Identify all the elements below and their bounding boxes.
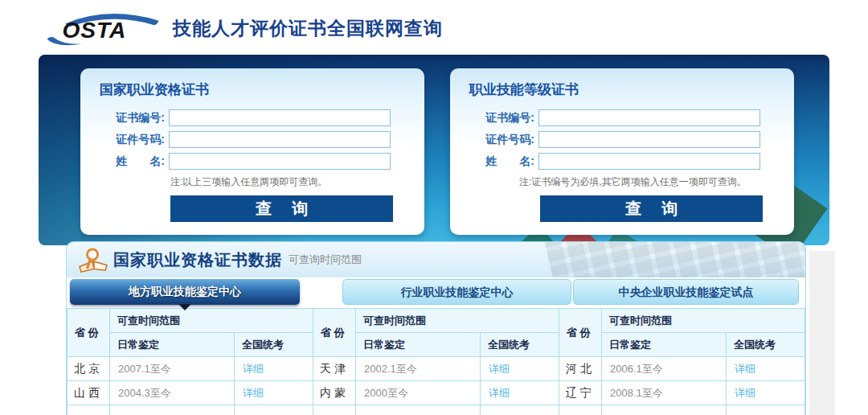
certificate-number-label: 证书编号: (80, 111, 169, 125)
certificate-number-input[interactable] (169, 109, 391, 126)
name-label: 姓 名: (450, 154, 538, 169)
panel-note: 注:证书编号为必填,其它两项输入任意一项即可查询。 (519, 175, 794, 189)
detail-link[interactable]: 详细 (243, 363, 264, 375)
tab-central-enterprise-pilots[interactable]: 中央企业职业技能鉴定试点 (573, 279, 799, 305)
detail-link[interactable]: 详细 (735, 363, 755, 375)
table-header-row: 省 份 可查时间范围 省 份 可查时间范围 省 份 可查时间范围 (68, 309, 805, 333)
table-row: 山 西 2004.3至今 详细 内 蒙 2000至今 详细 辽 宁 2008.1… (68, 381, 805, 405)
exam-header: 全国统考 (235, 333, 313, 357)
right-gray-strip (809, 251, 835, 415)
daily-range-cell: 2000至今 (356, 381, 481, 405)
query-button[interactable]: 查 询 (540, 195, 763, 222)
daily-header: 日常鉴定 (602, 333, 727, 357)
name-input[interactable] (169, 153, 391, 170)
name-label: 姓 名: (80, 154, 169, 169)
table-row: 北 京 2007.1至今 详细 天 津 2002.1至今 详细 河 北 2006… (68, 357, 805, 381)
daily-range-cell: 2002.1至今 (356, 357, 481, 381)
table-row-clipped (68, 405, 805, 415)
daily-header: 日常鉴定 (356, 333, 481, 357)
exam-header: 全国统考 (727, 333, 805, 357)
center-tabs: 地方职业技能鉴定中心 行业职业技能鉴定中心 中央企业职业技能鉴定试点 (67, 277, 805, 308)
id-number-input[interactable] (169, 131, 391, 148)
id-number-label: 证件号码: (80, 133, 169, 147)
tab-local-centers[interactable]: 地方职业技能鉴定中心 (70, 279, 300, 305)
province-header: 省 份 (313, 309, 356, 357)
osta-logo-icon: OSTA (44, 10, 165, 47)
magnifier-book-icon (78, 247, 108, 274)
province-header: 省 份 (68, 309, 110, 357)
daily-range-cell: 2006.1至今 (602, 357, 727, 381)
table-subheader-row: 日常鉴定 全国统考 日常鉴定 全国统考 日常鉴定 全国统考 (68, 333, 805, 357)
name-input[interactable] (538, 153, 760, 170)
certificate-number-label: 证书编号: (450, 111, 538, 125)
certificate-number-input[interactable] (538, 109, 760, 126)
query-button[interactable]: 查 询 (170, 195, 393, 222)
data-section-subtitle: 可查询时间范围 (289, 253, 362, 267)
range-header: 可查时间范围 (110, 309, 313, 333)
svg-text:OSTA: OSTA (63, 18, 127, 43)
page: OSTA 技能人才评价证书全国联网查询 国家职业资格证书 证书编号: 证件号码:… (0, 0, 868, 415)
detail-link[interactable]: 详细 (243, 387, 264, 399)
province-cell: 辽 宁 (559, 381, 602, 405)
detail-link[interactable]: 详细 (735, 387, 755, 399)
national-certificate-panel: 国家职业资格证书 证书编号: 证件号码: 姓 名: 注:以上三项输入任意两项即可… (80, 68, 424, 235)
province-cell: 北 京 (68, 357, 110, 381)
page-title: 技能人才评价证书全国联网查询 (173, 16, 443, 41)
site-header: OSTA 技能人才评价证书全国联网查询 (44, 10, 443, 47)
province-header: 省 份 (559, 309, 602, 357)
panel-note: 注:以上三项输入任意两项即可查询。 (170, 175, 424, 189)
range-header: 可查时间范围 (602, 309, 805, 333)
data-section-header: 国家职业资格证书数据 可查询时间范围 (67, 242, 805, 277)
province-cell: 天 津 (313, 357, 356, 381)
tab-industry-centers[interactable]: 行业职业技能鉴定中心 (342, 279, 571, 305)
daily-range-cell: 2004.3至今 (110, 381, 235, 405)
keyboard-decoration (545, 242, 805, 277)
certificate-data-panel: 国家职业资格证书数据 可查询时间范围 地方职业技能鉴定中心 行业职业技能鉴定中心… (66, 241, 806, 415)
id-number-label: 证件号码: (450, 133, 538, 147)
range-header: 可查时间范围 (356, 309, 559, 333)
province-cell: 内 蒙 (313, 381, 356, 405)
id-number-input[interactable] (538, 131, 760, 148)
exam-header: 全国统考 (481, 333, 559, 357)
daily-range-cell: 2008.1至今 (602, 381, 727, 405)
province-cell: 山 西 (68, 381, 110, 405)
skill-level-certificate-panel: 职业技能等级证书 证书编号: 证件号码: 姓 名: 注:证书编号为必填,其它两项… (450, 68, 794, 235)
data-section-title: 国家职业资格证书数据 (113, 249, 282, 271)
province-cell: 河 北 (559, 357, 602, 381)
panel-title: 职业技能等级证书 (469, 80, 794, 99)
daily-range-cell: 2007.1至今 (110, 357, 235, 381)
detail-link[interactable]: 详细 (489, 387, 510, 399)
detail-link[interactable]: 详细 (489, 363, 510, 375)
panel-title: 国家职业资格证书 (100, 80, 424, 99)
query-range-table: 省 份 可查时间范围 省 份 可查时间范围 省 份 可查时间范围 日常鉴定 全国… (67, 308, 805, 415)
daily-header: 日常鉴定 (110, 333, 235, 357)
